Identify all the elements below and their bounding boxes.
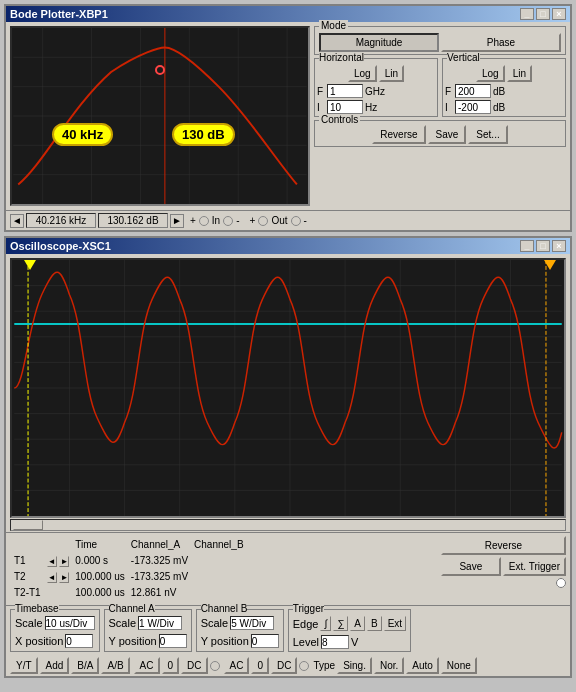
osc-reverse-button[interactable]: Reverse <box>441 536 566 555</box>
bode-ctrl-group: Controls Reverse Save Set... <box>314 120 566 147</box>
osc-t1-row: T1 ◄ ► 0.000 s -173.325 mV <box>12 554 246 568</box>
bode-h-f-input[interactable] <box>327 84 363 98</box>
osc-ab-button[interactable]: A/B <box>101 657 129 674</box>
bode-v-i-input[interactable] <box>455 100 491 114</box>
bode-set-button[interactable]: Set... <box>468 125 507 144</box>
osc-cha-coupling-radio[interactable] <box>210 661 220 671</box>
osc-waveform-svg <box>12 260 564 516</box>
bode-h-i-unit: Hz <box>365 102 377 113</box>
bode-minus-in: - <box>236 215 239 226</box>
osc-cha-ypos-label: Y position <box>109 635 157 647</box>
osc-trigger-ch-a[interactable]: A <box>350 616 365 631</box>
osc-ext-radio-input[interactable] <box>556 578 566 588</box>
osc-plot-container <box>10 258 566 518</box>
osc-timebase-group: Timebase Scale X position <box>10 609 100 652</box>
bode-ctrl-buttons: Reverse Save Set... <box>319 125 561 144</box>
bode-h-log-button[interactable]: Log <box>348 65 377 82</box>
bode-radio-out-c1[interactable] <box>258 216 268 226</box>
osc-timebase-scale-label: Scale <box>15 617 43 629</box>
bode-radio-out-c2[interactable] <box>291 216 301 226</box>
bode-horizontal-label: Horizontal <box>319 52 364 63</box>
osc-t1-nav: ◄ ► <box>45 554 72 568</box>
osc-horizontal-scrollbar[interactable] <box>10 519 566 531</box>
bode-plus-in: + <box>190 215 196 226</box>
osc-cha-scale-input[interactable] <box>138 616 182 630</box>
bode-magnitude-button[interactable]: Magnitude <box>319 33 439 52</box>
osc-cha-group: Channel A Scale Y position <box>104 609 192 652</box>
bode-v-i-row: I dB <box>445 100 563 114</box>
osc-chb-scale-input[interactable] <box>230 616 274 630</box>
bode-v-f-input[interactable] <box>455 84 491 98</box>
bode-close-button[interactable]: × <box>552 8 566 20</box>
osc-maximize-button[interactable]: □ <box>536 240 550 252</box>
osc-chb-ac-button[interactable]: AC <box>224 657 250 674</box>
osc-none-button[interactable]: None <box>441 657 477 674</box>
osc-t1-left-button[interactable]: ◄ <box>47 556 57 567</box>
osc-trigger-ext[interactable]: Ext <box>384 616 406 631</box>
bode-v-lin-button[interactable]: Lin <box>507 65 532 82</box>
osc-bottom-controls: Timebase Scale X position Channel A Scal… <box>6 605 570 655</box>
osc-chb-group: Channel B Scale Y position <box>196 609 284 652</box>
osc-auto-button[interactable]: Auto <box>406 657 439 674</box>
bode-nav-left[interactable]: ◄ <box>10 214 24 228</box>
bode-radio-in-c1[interactable] <box>199 216 209 226</box>
osc-trigger-ch-b[interactable]: B <box>367 616 382 631</box>
bode-maximize-button[interactable]: □ <box>536 8 550 20</box>
osc-chb-zero-button[interactable]: 0 <box>251 657 269 674</box>
bode-h-i-label: I <box>317 102 325 113</box>
osc-timebase-scale-row: Scale <box>15 616 95 630</box>
bode-h-i-input[interactable] <box>327 100 363 114</box>
bode-v-log-button[interactable]: Log <box>476 65 505 82</box>
bode-save-button[interactable]: Save <box>428 125 467 144</box>
bode-v-loglin: Log Lin <box>445 65 563 82</box>
bode-nav-right[interactable]: ► <box>170 214 184 228</box>
bode-mode-buttons: Magnitude Phase <box>319 33 561 52</box>
osc-trigger-edge-rising[interactable]: ∫ <box>320 616 331 631</box>
osc-bottom-row2: Y/T Add B/A A/B AC 0 DC AC 0 DC Type <box>6 655 570 676</box>
osc-save-ext-row: Save Ext. Trigger <box>441 557 566 576</box>
bode-horizontal-group: Horizontal Log Lin F GHz I Hz <box>314 58 438 117</box>
osc-add-button[interactable]: Add <box>40 657 70 674</box>
osc-ext-trigger-button[interactable]: Ext. Trigger <box>503 557 566 576</box>
bode-h-i-row: I Hz <box>317 100 435 114</box>
osc-chb-scale-label: Scale <box>201 617 229 629</box>
osc-t2t1-time: 100.000 us <box>73 586 127 600</box>
osc-t2-right-button[interactable]: ► <box>59 572 69 583</box>
osc-cha-dc-button[interactable]: DC <box>181 657 207 674</box>
osc-save-button[interactable]: Save <box>441 557 501 576</box>
osc-scroll-thumb[interactable] <box>13 520 43 530</box>
osc-chb-dc-button[interactable]: DC <box>271 657 297 674</box>
osc-t1-right-button[interactable]: ► <box>59 556 69 567</box>
osc-timebase-scale-input[interactable] <box>45 616 95 630</box>
osc-t1-cursor-marker <box>24 260 36 270</box>
bode-controls-panel: Mode Magnitude Phase Horizontal Log Lin … <box>314 26 566 206</box>
osc-cha-zero-button[interactable]: 0 <box>162 657 180 674</box>
bode-minimize-button[interactable]: _ <box>520 8 534 20</box>
osc-cha-ypos-input[interactable] <box>159 634 187 648</box>
osc-trigger-edge-label: Edge <box>293 618 319 630</box>
osc-trigger-edge-falling[interactable]: ∑ <box>333 616 348 631</box>
osc-type-label: Type <box>313 660 335 671</box>
osc-cha-ac-button[interactable]: AC <box>134 657 160 674</box>
bode-title-buttons: _ □ × <box>520 8 566 20</box>
osc-cha-scale-row: Scale <box>109 616 187 630</box>
osc-t2-left-button[interactable]: ◄ <box>47 572 57 583</box>
osc-trigger-level-input[interactable] <box>321 635 349 649</box>
bode-h-lin-button[interactable]: Lin <box>379 65 404 82</box>
osc-close-button[interactable]: × <box>552 240 566 252</box>
osc-chb-coupling-radio[interactable] <box>299 661 309 671</box>
osc-ba-button[interactable]: B/A <box>71 657 99 674</box>
bode-vertical-group: Vertical Log Lin F dB I dB <box>442 58 566 117</box>
osc-timebase-xpos-input[interactable] <box>65 634 93 648</box>
osc-plot-area <box>10 258 566 518</box>
bode-reverse-button[interactable]: Reverse <box>372 125 425 144</box>
osc-minimize-button[interactable]: _ <box>520 240 534 252</box>
osc-nor-button[interactable]: Nor. <box>374 657 404 674</box>
osc-chb-ypos-input[interactable] <box>251 634 279 648</box>
osc-chb-coupling-group: AC 0 DC <box>224 657 310 674</box>
bode-phase-button[interactable]: Phase <box>441 33 561 52</box>
osc-yt-button[interactable]: Y/T <box>10 657 38 674</box>
osc-chb-label: Channel B <box>201 603 248 614</box>
osc-sing-button[interactable]: Sing. <box>337 657 372 674</box>
bode-radio-in-c2[interactable] <box>223 216 233 226</box>
